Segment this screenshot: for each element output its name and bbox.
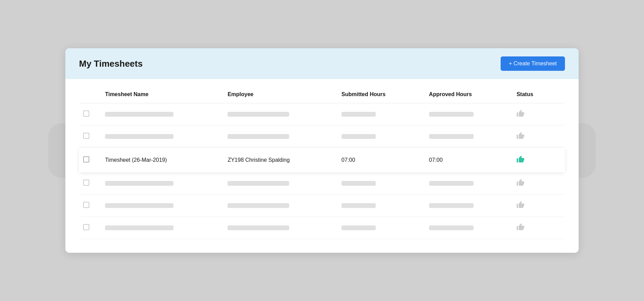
- row-approved-cell: [425, 126, 513, 148]
- row-status-cell: [512, 172, 565, 195]
- row-checkbox-cell: [79, 126, 101, 148]
- active-row-name-cell: Timesheet (26-Mar-2019): [101, 148, 223, 173]
- row-approved-cell: [425, 195, 513, 217]
- active-table-row[interactable]: Timesheet (26-Mar-2019) ZY198 Christine …: [79, 148, 565, 173]
- skeleton-name: [105, 181, 173, 186]
- col-header-submitted: Submitted Hours: [337, 86, 425, 103]
- card-header: My Timesheets + Create Timesheet: [65, 48, 579, 79]
- create-timesheet-button[interactable]: + Create Timesheet: [501, 56, 565, 71]
- row-employee-cell: [223, 103, 337, 126]
- col-header-name: Timesheet Name: [101, 86, 223, 103]
- skeleton-approved: [429, 203, 474, 208]
- row-approved-cell: [425, 217, 513, 239]
- row-name-cell: [101, 217, 223, 239]
- table-row: [79, 126, 565, 148]
- row-status-cell: [512, 217, 565, 239]
- row-checkbox-cell: [79, 195, 101, 217]
- col-header-approved: Approved Hours: [425, 86, 513, 103]
- row-checkbox[interactable]: [83, 202, 89, 208]
- active-row-approved-hours: 07:00: [429, 157, 443, 163]
- row-submitted-cell: [337, 217, 425, 239]
- skeleton-employee: [228, 225, 289, 230]
- timesheets-table: Timesheet Name Employee Submitted Hours …: [79, 86, 565, 239]
- main-card: My Timesheets + Create Timesheet Timeshe…: [65, 48, 579, 253]
- active-row-name: Timesheet (26-Mar-2019): [105, 157, 167, 163]
- table-row: [79, 217, 565, 239]
- active-row-approved-cell: 07:00: [425, 148, 513, 173]
- row-submitted-cell: [337, 103, 425, 126]
- skeleton-approved: [429, 181, 474, 186]
- row-name-cell: [101, 126, 223, 148]
- skeleton-name: [105, 134, 173, 139]
- active-row-submitted-cell: 07:00: [337, 148, 425, 173]
- table-row: [79, 103, 565, 126]
- status-icon: [516, 132, 525, 140]
- row-checkbox-cell: [79, 217, 101, 239]
- row-approved-cell: [425, 103, 513, 126]
- row-submitted-cell: [337, 172, 425, 195]
- row-checkbox[interactable]: [83, 180, 89, 186]
- table-container: Timesheet Name Employee Submitted Hours …: [65, 79, 579, 253]
- status-icon: [516, 109, 525, 118]
- skeleton-submitted: [342, 225, 376, 230]
- row-status-cell: [512, 126, 565, 148]
- skeleton-employee: [228, 203, 289, 208]
- page-wrapper: My Timesheets + Create Timesheet Timeshe…: [65, 48, 579, 253]
- table-row: [79, 195, 565, 217]
- skeleton-employee: [228, 134, 289, 139]
- skeleton-approved: [429, 112, 474, 117]
- row-employee-cell: [223, 217, 337, 239]
- skeleton-name: [105, 112, 173, 117]
- table-row: [79, 172, 565, 195]
- skeleton-approved: [429, 225, 474, 230]
- skeleton-submitted: [342, 112, 376, 117]
- status-icon: [516, 201, 525, 209]
- status-icon: [516, 179, 525, 187]
- col-header-status: Status: [512, 86, 565, 103]
- active-row-checkbox-cell: [79, 148, 101, 173]
- active-row-submitted-hours: 07:00: [342, 157, 355, 163]
- skeleton-name: [105, 225, 173, 230]
- col-header-checkbox: [79, 86, 101, 103]
- row-name-cell: [101, 172, 223, 195]
- row-checkbox[interactable]: [83, 224, 89, 230]
- active-row-employee: ZY198 Christine Spalding: [228, 157, 289, 163]
- table-header-row: Timesheet Name Employee Submitted Hours …: [79, 86, 565, 103]
- row-checkbox[interactable]: [83, 110, 89, 117]
- skeleton-submitted: [342, 181, 376, 186]
- page-title: My Timesheets: [79, 58, 143, 69]
- active-row-status-cell: [512, 148, 565, 173]
- row-employee-cell: [223, 172, 337, 195]
- row-submitted-cell: [337, 195, 425, 217]
- status-icon: [516, 223, 525, 231]
- row-checkbox-cell: [79, 103, 101, 126]
- skeleton-employee: [228, 181, 289, 186]
- row-name-cell: [101, 103, 223, 126]
- row-employee-cell: [223, 126, 337, 148]
- skeleton-name: [105, 203, 173, 208]
- row-checkbox-cell: [79, 172, 101, 195]
- skeleton-submitted: [342, 134, 376, 139]
- row-name-cell: [101, 195, 223, 217]
- row-status-cell: [512, 195, 565, 217]
- approved-status-icon: [516, 155, 525, 163]
- row-status-cell: [512, 103, 565, 126]
- skeleton-approved: [429, 134, 474, 139]
- row-employee-cell: [223, 195, 337, 217]
- col-header-employee: Employee: [223, 86, 337, 103]
- skeleton-employee: [228, 112, 289, 117]
- active-row-employee-cell: ZY198 Christine Spalding: [223, 148, 337, 173]
- active-row-checkbox[interactable]: [83, 156, 89, 162]
- row-approved-cell: [425, 172, 513, 195]
- skeleton-submitted: [342, 203, 376, 208]
- row-checkbox[interactable]: [83, 133, 89, 139]
- row-submitted-cell: [337, 126, 425, 148]
